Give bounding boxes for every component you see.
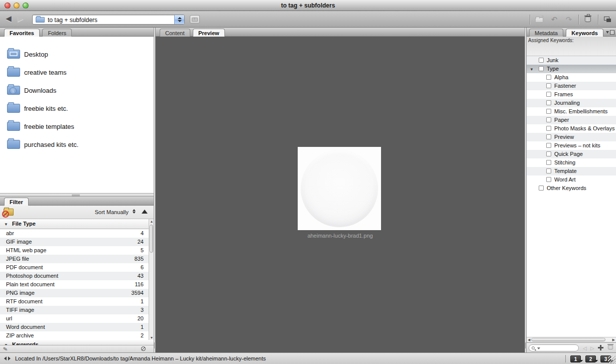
favorite-item-creative-teams[interactable]: creative teams xyxy=(0,65,154,80)
scrollbar-thumb[interactable] xyxy=(531,338,605,341)
keyword-row-frames[interactable]: Frames xyxy=(527,90,616,99)
clear-filter-icon[interactable] xyxy=(141,346,146,351)
filter-row-png[interactable]: PNG image3594 xyxy=(0,289,149,297)
favorite-item-freebie-kits[interactable]: freebie kits etc. xyxy=(0,101,154,116)
filter-row-abr[interactable]: abr4 xyxy=(0,229,149,238)
scroll-down-icon[interactable]: ▼ xyxy=(150,336,154,339)
disclosure-triangle-icon[interactable]: ▼ xyxy=(530,67,534,72)
filter-row-pdf[interactable]: PDF document6 xyxy=(0,263,149,272)
tab-favorites[interactable]: Favorites xyxy=(4,29,40,37)
filter-row-rtf[interactable]: RTF document1 xyxy=(0,297,149,306)
search-options-chevron-icon[interactable] xyxy=(537,347,540,349)
checkbox[interactable] xyxy=(546,151,551,156)
favorite-item-purchased-kits[interactable]: purchased kits etc. xyxy=(0,137,154,152)
keyword-row-journaling[interactable]: Journaling xyxy=(527,99,616,107)
filter-scrollbar[interactable]: ▲ ▼ xyxy=(149,219,154,340)
keyword-row-fastener[interactable]: Fastener xyxy=(527,82,616,90)
panel-menu-icon[interactable] xyxy=(606,30,614,35)
filter-row-word[interactable]: Word document1 xyxy=(0,323,149,331)
folder-path-dropdown[interactable]: to tag + subfolders xyxy=(32,15,185,25)
tab-filter[interactable]: Filter xyxy=(4,198,29,206)
scroll-up-icon[interactable]: ▲ xyxy=(150,220,154,223)
delete-keyword-button[interactable] xyxy=(608,345,613,349)
filter-section-keywords[interactable]: ▼ Keywords xyxy=(0,340,154,345)
keyword-row-photo-masks[interactable]: Photo Masks & Overlays xyxy=(527,124,616,133)
keep-filter-pin-icon[interactable]: ✎ xyxy=(3,345,8,352)
new-keyword-button[interactable] xyxy=(598,345,603,350)
keyword-row-other-keywords[interactable]: Other Keywords xyxy=(527,184,616,193)
disclosure-triangle-icon[interactable]: ▼ xyxy=(4,222,8,227)
filter-row-zip[interactable]: ZIP archive2 xyxy=(0,331,149,340)
tab-metadata[interactable]: Metadata xyxy=(529,29,563,37)
sort-menu[interactable]: Sort Manually xyxy=(95,209,129,215)
keyword-row-type[interactable]: ▼ Type xyxy=(527,65,616,73)
favorite-item-downloads[interactable]: Downloads xyxy=(0,83,154,98)
filter-section-file-type[interactable]: ▼ File Type xyxy=(0,219,154,229)
checkbox[interactable] xyxy=(546,168,551,173)
filter-row-html[interactable]: HTML web page5 xyxy=(0,246,149,255)
favorite-item-desktop[interactable]: Desktop xyxy=(0,47,154,62)
checkbox[interactable] xyxy=(546,160,551,165)
checkbox[interactable] xyxy=(546,134,551,139)
checkbox[interactable] xyxy=(546,143,551,148)
keyword-row-junk[interactable]: Junk xyxy=(527,56,616,65)
checkbox[interactable] xyxy=(546,126,551,131)
checkbox[interactable] xyxy=(546,109,551,114)
checkbox[interactable] xyxy=(546,177,551,182)
filter-row-txt[interactable]: Plain text document116 xyxy=(0,280,149,289)
path-dropdown-stepper[interactable] xyxy=(174,15,184,24)
go-to-parent-button[interactable] xyxy=(190,15,200,24)
tab-keywords[interactable]: Keywords xyxy=(566,29,603,37)
checkbox[interactable] xyxy=(539,58,544,63)
keywords-horizontal-scrollbar[interactable]: ◀ ▶ xyxy=(527,337,616,342)
tab-folders[interactable]: Folders xyxy=(42,29,72,37)
window-resize-grip[interactable] xyxy=(608,356,615,363)
tab-preview[interactable]: Preview xyxy=(193,29,225,37)
favorite-item-freebie-templates[interactable]: freebie templates xyxy=(0,119,154,134)
keyword-row-preview[interactable]: Preview xyxy=(527,133,616,141)
new-folder-button[interactable] xyxy=(535,15,545,24)
tab-content[interactable]: Content xyxy=(160,29,190,37)
keyword-search-input[interactable] xyxy=(529,344,579,351)
horizontal-splitter[interactable] xyxy=(0,193,154,197)
keyword-row-alpha[interactable]: Alpha xyxy=(527,73,616,82)
collapse-panel-icon[interactable] xyxy=(142,210,148,214)
workspace-1-button[interactable]: 1 xyxy=(570,355,581,362)
keyword-row-word-art[interactable]: Word Art xyxy=(527,175,616,184)
filter-row-tiff[interactable]: TIFF image3 xyxy=(0,306,149,314)
checkbox[interactable] xyxy=(539,66,544,71)
scroll-right-icon[interactable]: ▶ xyxy=(612,337,615,342)
keyword-row-template[interactable]: Template xyxy=(527,167,616,175)
filter-row-psd[interactable]: Photoshop document43 xyxy=(0,272,149,280)
keyword-row-quick-page[interactable]: Quick Page xyxy=(527,150,616,158)
right-panel: Metadata Keywords Assigned Keywords: Jun… xyxy=(527,28,616,352)
filter-row-gif[interactable]: GIF image24 xyxy=(0,238,149,246)
checkbox[interactable] xyxy=(546,75,551,80)
scrollbar-thumb[interactable] xyxy=(150,225,153,253)
back-button[interactable]: ◀ xyxy=(4,14,13,23)
keyword-row-previews-not-kits[interactable]: Previews – not kits xyxy=(527,141,616,150)
checkbox[interactable] xyxy=(546,83,551,88)
find-next-icon[interactable]: ▷ xyxy=(590,345,594,351)
workspace-2-button[interactable]: 2 xyxy=(585,355,596,362)
sort-stepper-icon[interactable] xyxy=(133,209,136,214)
forward-button[interactable]: ▶ xyxy=(16,14,25,23)
keyword-row-paper[interactable]: Paper xyxy=(527,116,616,124)
filter-row-url[interactable]: url20 xyxy=(0,314,149,323)
undo-button[interactable]: ↶ xyxy=(549,15,559,24)
checkbox[interactable] xyxy=(539,186,544,191)
checkbox[interactable] xyxy=(546,92,551,97)
panel-toggle-arrows-icon[interactable] xyxy=(4,356,11,361)
checkbox[interactable] xyxy=(546,100,551,105)
checkbox[interactable] xyxy=(546,117,551,122)
scroll-left-icon[interactable]: ◀ xyxy=(528,337,530,342)
keyword-row-misc-embellishments[interactable]: Misc. Embellishments xyxy=(527,107,616,116)
delete-button[interactable] xyxy=(583,15,593,24)
filter-row-jpeg[interactable]: JPEG file835 xyxy=(0,255,149,263)
keyword-row-stitching[interactable]: Stitching xyxy=(527,158,616,167)
compact-mode-button[interactable] xyxy=(603,15,613,24)
redo-button[interactable]: ↷ xyxy=(564,15,574,24)
find-previous-icon[interactable]: ◁ xyxy=(583,345,587,351)
flatten-view-icon[interactable] xyxy=(4,209,14,216)
preview-image[interactable] xyxy=(298,147,381,230)
